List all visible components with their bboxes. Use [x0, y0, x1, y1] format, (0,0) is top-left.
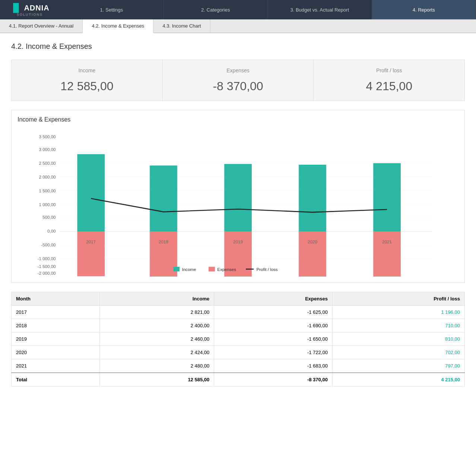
svg-text:2 000,00: 2 000,00 [39, 175, 56, 179]
svg-text:-500,00: -500,00 [41, 243, 55, 247]
nav-settings[interactable]: 1. Settings [60, 0, 164, 19]
bar-2021-expense [373, 231, 401, 277]
legend-expenses-swatch [209, 267, 215, 272]
table-row: 2018 2 400,00 -1 690,00 710,00 [12, 319, 465, 332]
th-profit: Profit / loss [332, 292, 464, 306]
total-label: Total [12, 373, 100, 387]
total-profit: 4 215,00 [332, 373, 464, 387]
chart-title: Income & Expenses [18, 116, 458, 123]
cell-income: 2 424,00 [100, 346, 214, 359]
expenses-card: Expenses -8 370,00 [163, 60, 314, 101]
chart-wrapper: 3 500,00 3 000,00 2 500,00 2 000,00 1 50… [18, 127, 458, 277]
logo-text: ADNIA [24, 4, 49, 12]
svg-text:2020: 2020 [308, 240, 317, 244]
table-row: 2019 2 460,00 -1 650,00 810,00 [12, 332, 465, 346]
top-nav: ▐▌ ADNIA SOLUTIONS 1. Settings 2. Catego… [0, 0, 476, 19]
bar-2018-expense [150, 231, 177, 277]
cell-profit: 797,00 [332, 359, 464, 373]
nav-items: 1. Settings 2. Categories 3. Budget vs. … [60, 0, 476, 19]
cell-month: 2019 [12, 332, 100, 346]
profit-card: Profit / loss 4 215,00 [314, 60, 464, 101]
expenses-value: -8 370,00 [172, 79, 305, 93]
bar-2018-income [150, 165, 177, 231]
logo: ▐▌ ADNIA SOLUTIONS [0, 3, 60, 16]
income-expenses-chart: 3 500,00 3 000,00 2 500,00 2 000,00 1 50… [18, 127, 458, 277]
expenses-label: Expenses [172, 67, 305, 73]
bar-2020-income [299, 165, 326, 231]
svg-text:500,00: 500,00 [42, 215, 55, 220]
profit-value: 4 215,00 [323, 79, 456, 93]
total-expenses: -8 370,00 [214, 373, 333, 387]
cell-profit: 1 196,00 [332, 306, 464, 319]
cell-expenses: -1 683,00 [214, 359, 333, 373]
svg-text:1 500,00: 1 500,00 [39, 189, 56, 193]
cell-expenses: -1 690,00 [214, 319, 333, 332]
bar-2019-income [224, 164, 252, 231]
bar-2021-income [373, 163, 401, 231]
logo-icon: ▐▌ [10, 3, 22, 13]
cell-expenses: -1 722,00 [214, 346, 333, 359]
income-label: Income [20, 67, 153, 73]
nav-budget[interactable]: 3. Budget vs. Actual Report [268, 0, 372, 19]
page-title: 4.2. Income & Expenses [11, 42, 465, 51]
legend-income-label: Income [182, 267, 196, 272]
table-row: 2020 2 424,00 -1 722,00 702,00 [12, 346, 465, 359]
legend-profit-label: Profit / loss [256, 267, 277, 272]
subnav-income-chart[interactable]: 4.3. Income Chart [153, 19, 210, 32]
cell-profit: 710,00 [332, 319, 464, 332]
bar-2017-income [77, 154, 105, 231]
cell-income: 2 480,00 [100, 359, 214, 373]
nav-categories[interactable]: 2. Categories [164, 0, 268, 19]
data-table: Month Income Expenses Profit / loss 2017… [11, 292, 465, 387]
svg-text:-1 500,00: -1 500,00 [38, 264, 56, 269]
svg-text:0,00: 0,00 [47, 229, 56, 233]
profit-label: Profit / loss [323, 67, 456, 73]
svg-text:2017: 2017 [86, 240, 96, 244]
bar-2020-expense [299, 231, 326, 277]
svg-text:2019: 2019 [233, 240, 243, 244]
th-income: Income [100, 292, 214, 306]
cell-expenses: -1 625,00 [214, 306, 333, 319]
svg-text:1 000,00: 1 000,00 [39, 202, 56, 207]
income-value: 12 585,00 [20, 79, 153, 93]
subnav-overview[interactable]: 4.1. Report Overview - Annual [0, 19, 83, 32]
nav-reports[interactable]: 4. Reports [372, 0, 476, 19]
cell-income: 2 460,00 [100, 332, 214, 346]
th-month: Month [12, 292, 100, 306]
svg-text:2 500,00: 2 500,00 [39, 161, 56, 165]
cell-month: 2020 [12, 346, 100, 359]
svg-text:3 500,00: 3 500,00 [39, 135, 56, 139]
summary-cards: Income 12 585,00 Expenses -8 370,00 Prof… [11, 60, 465, 101]
subnav-income-expenses[interactable]: 4.2. Income & Expenses [83, 19, 153, 33]
logo-sub: SOLUTIONS [17, 13, 43, 16]
cell-month: 2017 [12, 306, 100, 319]
cell-profit: 810,00 [332, 332, 464, 346]
bar-2017-expense [77, 231, 105, 276]
cell-expenses: -1 650,00 [214, 332, 333, 346]
sub-nav: 4.1. Report Overview - Annual 4.2. Incom… [0, 19, 476, 33]
th-expenses: Expenses [214, 292, 333, 306]
cell-profit: 702,00 [332, 346, 464, 359]
table-row: 2021 2 480,00 -1 683,00 797,00 [12, 359, 465, 373]
total-income: 12 585,00 [100, 373, 214, 387]
svg-text:-1 000,00: -1 000,00 [38, 256, 56, 261]
chart-container: Income & Expenses 3 500,00 3 000,00 2 50… [11, 110, 465, 283]
svg-text:-2 000,00: -2 000,00 [38, 271, 56, 275]
total-row: Total 12 585,00 -8 370,00 4 215,00 [12, 373, 465, 387]
legend-expenses-label: Expenses [217, 267, 236, 272]
svg-text:3 000,00: 3 000,00 [39, 147, 56, 152]
table-row: 2017 2 821,00 -1 625,00 1 196,00 [12, 306, 465, 319]
svg-text:2021: 2021 [382, 240, 392, 244]
cell-income: 2 821,00 [100, 306, 214, 319]
cell-month: 2021 [12, 359, 100, 373]
legend-income-swatch [173, 267, 180, 272]
main-content: 4.2. Income & Expenses Income 12 585,00 … [0, 33, 476, 395]
svg-text:2018: 2018 [159, 240, 168, 244]
cell-income: 2 400,00 [100, 319, 214, 332]
income-card: Income 12 585,00 [12, 60, 163, 101]
cell-month: 2018 [12, 319, 100, 332]
